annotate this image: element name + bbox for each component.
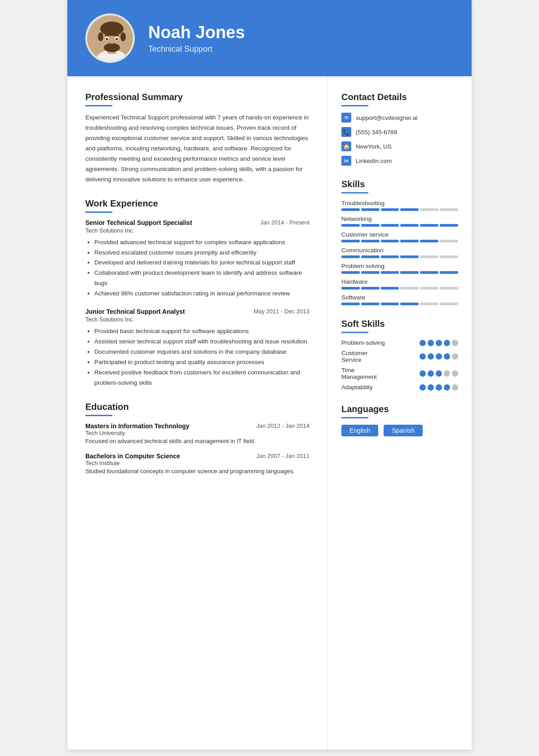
- bullet-item: Provided advanced technical support for …: [94, 237, 309, 248]
- body: Professional Summary Experienced Technic…: [67, 76, 472, 750]
- location-icon: 🏠: [341, 141, 351, 151]
- edu-degree: Masters in Information Technology: [85, 422, 190, 430]
- resume-container: Noah Jones Technical Support Professiona…: [67, 0, 472, 750]
- skill-bar: [341, 271, 458, 274]
- bullet-item: Received positive feedback from customer…: [94, 368, 309, 388]
- edu-school: Tech University: [85, 430, 309, 436]
- skill-name: Problem solving: [341, 263, 458, 269]
- skill-name: Customer service: [341, 231, 458, 238]
- header-name: Noah Jones: [148, 22, 245, 43]
- education-section: Education Masters in Information Technol…: [85, 402, 309, 475]
- edu-dates: Jan 2007 - Jan 2011: [256, 453, 309, 459]
- job-header: Junior Technical Support Analyst May 201…: [85, 308, 309, 315]
- education-title: Education: [85, 402, 309, 412]
- edu-degree: Bachelors in Computer Science: [85, 453, 180, 460]
- soft-skill-item: Time Management: [341, 367, 458, 380]
- soft-skills-section: Soft Skills Problem-solvingCustomer Serv…: [341, 319, 458, 391]
- edu-school: Tech Institute: [85, 460, 309, 466]
- edu-header: Bachelors in Computer Science Jan 2007 -…: [85, 453, 309, 460]
- edu-item: Bachelors in Computer Science Jan 2007 -…: [85, 453, 309, 475]
- skill-bar: [341, 208, 458, 211]
- contact-underline: [341, 105, 368, 106]
- bullet-item: Documented customer inquiries and soluti…: [94, 347, 309, 357]
- skills-underline: [341, 192, 368, 193]
- soft-skill-name: Time Management: [341, 367, 377, 380]
- skill-item: Networking: [341, 215, 458, 227]
- edu-dates: Jan 2012 - Jan 2014: [256, 422, 309, 429]
- skills-title: Skills: [341, 179, 458, 189]
- job-dates: May 2011 - Dec 2013: [254, 308, 309, 315]
- phone-text: (555) 345-6789: [356, 129, 397, 136]
- job-header: Senior Technical Support Specialist Jan …: [85, 219, 309, 226]
- contact-email: ✉ support@cvdesigner.ai: [341, 113, 458, 123]
- bullet-item: Collaborated with product development te…: [94, 268, 309, 289]
- soft-skill-name: Adaptability: [341, 384, 373, 391]
- soft-skill-name: Problem-solving: [341, 339, 385, 346]
- edu-desc: Studied foundational concepts in compute…: [85, 468, 309, 475]
- bullet-item: Achieved 98% customer satisfaction ratin…: [94, 289, 309, 299]
- bullet-item: Participated in product testing and qual…: [94, 357, 309, 368]
- phone-icon: 📞: [341, 127, 351, 137]
- contact-section: Contact Details ✉ support@cvdesigner.ai …: [341, 92, 458, 166]
- skill-item: Communication: [341, 247, 458, 258]
- bullet-item: Developed and delivered training materia…: [94, 258, 309, 268]
- job-title: Senior Technical Support Specialist: [85, 219, 192, 226]
- soft-skill-dots: [420, 370, 458, 377]
- svg-point-12: [116, 38, 118, 40]
- skill-name: Communication: [341, 247, 458, 254]
- email-text: support@cvdesigner.ai: [356, 114, 418, 121]
- work-title: Work Experience: [85, 198, 309, 209]
- job-bullets: Provided basic technical support for sof…: [85, 326, 309, 388]
- svg-point-15: [110, 42, 113, 44]
- skill-item: Customer service: [341, 231, 458, 242]
- job-item: Junior Technical Support Analyst May 201…: [85, 308, 309, 388]
- skill-bar: [341, 224, 458, 227]
- email-icon: ✉: [341, 113, 351, 123]
- avatar: [85, 13, 135, 63]
- skill-item: Hardware: [341, 278, 458, 290]
- job-company: Tech Solutions Inc.: [85, 316, 309, 323]
- header-title: Technical Support: [148, 44, 245, 54]
- soft-skill-name: Customer Service: [341, 350, 368, 363]
- contact-location: 🏠 NewYork, US: [341, 141, 458, 151]
- contact-title: Contact Details: [341, 92, 458, 102]
- svg-point-7: [120, 32, 126, 41]
- linkedin-icon: in: [341, 156, 351, 166]
- soft-skill-item: Customer Service: [341, 350, 458, 363]
- edu-desc: Focused on advanced technical skills and…: [85, 438, 309, 444]
- skill-name: Networking: [341, 215, 458, 222]
- languages-underline: [341, 417, 368, 418]
- soft-skill-item: Problem-solving: [341, 339, 458, 346]
- bullet-item: Resolved escalated customer issues promp…: [94, 248, 309, 258]
- job-title: Junior Technical Support Analyst: [85, 308, 185, 315]
- job-bullets: Provided advanced technical support for …: [85, 237, 309, 299]
- bullet-item: Provided basic technical support for sof…: [94, 326, 309, 337]
- skill-bar: [341, 240, 458, 242]
- header-text: Noah Jones Technical Support: [148, 22, 245, 54]
- skill-item: Troubleshooting: [341, 200, 458, 211]
- skills-section: Skills TroubleshootingNetworkingCustomer…: [341, 179, 458, 305]
- skill-name: Troubleshooting: [341, 200, 458, 207]
- summary-title: Professional Summary: [85, 92, 309, 102]
- contact-phone: 📞 (555) 345-6789: [341, 127, 458, 137]
- education-underline: [85, 415, 112, 416]
- skill-bar: [341, 287, 458, 290]
- svg-point-6: [98, 32, 103, 41]
- svg-rect-13: [105, 35, 109, 36]
- right-column: Contact Details ✉ support@cvdesigner.ai …: [328, 76, 472, 750]
- job-dates: Jan 2014 - Present: [260, 219, 309, 226]
- summary-text: Experienced Technical Support profession…: [85, 113, 309, 185]
- languages-list: English Spanish: [341, 425, 458, 436]
- languages-section: Languages English Spanish: [341, 404, 458, 436]
- edu-header: Masters in Information Technology Jan 20…: [85, 422, 309, 430]
- edu-item: Masters in Information Technology Jan 20…: [85, 422, 309, 444]
- summary-underline: [85, 105, 112, 106]
- bullet-item: Assisted senior technical support staff …: [94, 337, 309, 347]
- summary-section: Professional Summary Experienced Technic…: [85, 92, 309, 185]
- skill-item: Software: [341, 294, 458, 305]
- skills-list: TroubleshootingNetworkingCustomer servic…: [341, 200, 458, 305]
- skill-name: Software: [341, 294, 458, 301]
- languages-title: Languages: [341, 404, 458, 414]
- linkedin-text: LinkedIn.com: [356, 158, 392, 164]
- skill-bar: [341, 255, 458, 258]
